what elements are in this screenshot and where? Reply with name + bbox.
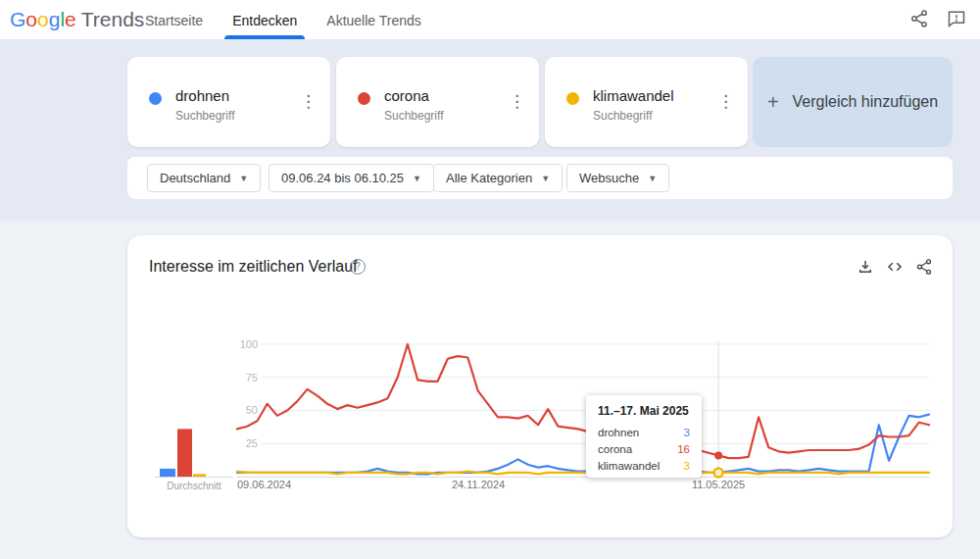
filter-category-dropdown[interactable]: Alle Kategorien▼ — [433, 164, 563, 192]
logo-letter: G — [10, 8, 25, 30]
filter-searchtype-value: Websuche — [579, 171, 639, 185]
term-type-label: Suchbegriff — [384, 109, 444, 123]
term-type-label: Suchbegriff — [593, 109, 653, 123]
series-color-dot — [358, 92, 370, 105]
feedback-icon[interactable] — [947, 9, 968, 30]
add-comparison-button[interactable]: + Vergleich hinzufügen — [753, 57, 953, 147]
tooltip-series-value: 3 — [684, 427, 690, 438]
filter-region-dropdown[interactable]: Deutschland▼ — [147, 164, 261, 192]
chart-tooltip: 11.–17. Mai 2025 drohnen 3 corona 16 kli… — [586, 395, 702, 478]
tooltip-series-value: 3 — [684, 460, 690, 472]
tooltip-series-value: 16 — [677, 443, 690, 455]
x-axis-tick: 24.11.2024 — [439, 479, 517, 490]
filter-bar: Deutschland▼ 09.06.24 bis 06.10.25▼ Alle… — [127, 157, 953, 199]
logo-letter: o — [37, 8, 49, 30]
term-type-label: Suchbegriff — [175, 109, 235, 123]
term-label: drohnen — [175, 87, 229, 104]
tooltip-series-name: corona — [598, 443, 632, 455]
google-trends-logo[interactable]: GoogleTrends — [10, 8, 144, 31]
main-nav: Startseite Entdecken Aktuelle Trends — [145, 0, 421, 39]
share-icon[interactable] — [909, 9, 931, 30]
plus-icon: + — [767, 91, 779, 114]
x-axis-tick: 09.06.2024 — [237, 479, 291, 490]
logo-letter: g — [49, 8, 61, 30]
kebab-menu-icon[interactable]: ⋮ — [717, 90, 734, 114]
tooltip-series-name: klimawandel — [598, 460, 660, 472]
tooltip-row: drohnen 3 — [598, 427, 690, 438]
x-axis-tick: 11.05.2025 — [679, 479, 758, 490]
chevron-down-icon: ▼ — [541, 174, 550, 183]
interest-over-time-card: Interesse im zeitlichen Verlauf ? 100 75… — [127, 235, 953, 537]
filter-daterange-dropdown[interactable]: 09.06.24 bis 06.10.25▼ — [269, 164, 434, 192]
nav-tab-entdecken[interactable]: Entdecken — [232, 0, 297, 39]
chevron-down-icon: ▼ — [239, 174, 248, 183]
filter-category-value: Alle Kategorien — [446, 171, 532, 185]
kebab-menu-icon[interactable]: ⋮ — [509, 90, 525, 114]
logo-letter: e — [65, 8, 76, 30]
y-axis-tick: 50 — [234, 404, 258, 416]
tooltip-series-name: drohnen — [598, 427, 639, 438]
chevron-down-icon: ▼ — [413, 174, 421, 183]
tooltip-date-range: 11.–17. Mai 2025 — [598, 404, 690, 418]
add-comparison-label: Vergleich hinzufügen — [793, 93, 939, 111]
logo-product-name: Trends — [81, 8, 145, 30]
tooltip-row: corona 16 — [598, 443, 690, 455]
kebab-menu-icon[interactable]: ⋮ — [300, 90, 317, 114]
series-color-dot — [566, 92, 579, 105]
filter-daterange-value: 09.06.24 bis 06.10.25 — [281, 171, 404, 185]
app-header: GoogleTrends Startseite Entdecken Aktuel… — [0, 0, 980, 39]
chevron-down-icon: ▼ — [648, 174, 657, 183]
term-card-corona[interactable]: corona Suchbegriff ⋮ — [336, 57, 539, 147]
trend-chart-svg[interactable] — [127, 235, 953, 537]
term-card-klimawandel[interactable]: klimawandel Suchbegriff ⋮ — [545, 57, 748, 147]
y-axis-tick: 25 — [234, 437, 258, 449]
filter-searchtype-dropdown[interactable]: Websuche▼ — [566, 164, 669, 192]
y-axis-tick: 75 — [234, 372, 258, 383]
y-axis-tick: 100 — [234, 338, 258, 350]
nav-tab-aktuelle-trends[interactable]: Aktuelle Trends — [326, 0, 421, 39]
logo-letter: o — [25, 8, 37, 30]
term-card-drohnen[interactable]: drohnen Suchbegriff ⋮ — [127, 57, 330, 147]
series-color-dot — [149, 92, 162, 105]
averages-label: Durchschnitt — [151, 481, 237, 491]
filter-region-value: Deutschland — [160, 171, 230, 185]
tooltip-row: klimawandel 3 — [598, 460, 690, 472]
term-label: corona — [384, 87, 429, 104]
term-label: klimawandel — [593, 87, 674, 104]
nav-tab-startseite[interactable]: Startseite — [145, 0, 203, 39]
